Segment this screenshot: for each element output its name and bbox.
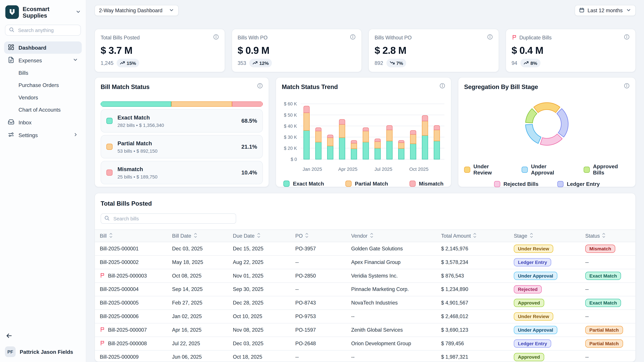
kpi-card-0[interactable]: Total Bills Posted $ 3.7 M 1,245 15% [94,29,225,72]
svg-text:Oct 2025: Oct 2025 [410,167,428,172]
svg-text:Jul 2025: Jul 2025 [374,167,392,172]
table-row[interactable]: Bill-2025-000001 Dec 03, 2025 Dec 15, 20… [95,242,636,256]
legend-item: Under Approval [522,163,570,176]
collapse-sidebar-button[interactable] [6,333,12,341]
user-profile[interactable]: PF Pattrick Jason Fields [5,347,73,357]
column-header-due-date[interactable]: Due Date [233,232,295,239]
kpi-label: Bills With PO [238,35,348,40]
legend-swatch [584,166,590,173]
kpi-count: 353 [238,60,246,66]
bill-match-status-card: Bill Match Status Exact Match 282 bills … [94,77,269,187]
match-bar-segment [232,101,263,107]
column-header-vendor[interactable]: Vendor [351,232,441,239]
vendor-cell: -- [351,314,441,319]
kpi-card-2[interactable]: Bills Without PO $ 2.8 M 892 7% [368,29,499,72]
flag-icon [100,340,105,347]
table-row[interactable]: Bill-2025-000006 Jan 02, 2025 Oct 10, 20… [95,310,636,324]
sidebar-item-label: Expenses [18,57,68,63]
sidebar-item-label: Bills [18,70,78,76]
sidebar-item-chart-of-accounts[interactable]: Chart of Accounts [4,104,82,116]
empty-value: -- [585,259,589,265]
sidebar-item-label: Vendors [18,94,78,100]
column-header-bill-date[interactable]: Bill Date [172,232,233,239]
sidebar-item-dashboard[interactable]: Dashboard [4,41,82,54]
po-cell: PO-1597 [295,327,351,333]
column-header-stage[interactable]: Stage [514,232,585,239]
po-cell: PO-2648 [295,341,351,347]
column-header-po[interactable]: PO [295,232,351,239]
match-status-row-1[interactable]: Partial Match 53 bills • $ 892,150 21.1% [100,135,263,159]
info-icon[interactable] [257,83,263,90]
info-icon[interactable] [440,83,445,90]
badge-under-review: Under Review [514,245,553,253]
sidebar: Ecosmart Supplies Dashboard Expenses Bil… [0,0,86,362]
vendor-cell: Zenith Global Services [351,327,441,333]
info-icon[interactable] [487,34,492,41]
empty-value: -- [585,286,589,292]
match-row-meta: 25 bills • $ 189,750 [118,174,236,179]
sidebar-item-inbox[interactable]: Inbox [4,116,82,128]
info-icon[interactable] [213,34,219,41]
sidebar-item-settings[interactable]: Settings [4,129,82,141]
kpi-value: $ 0.9 M [238,45,356,56]
svg-text:Apr 2025: Apr 2025 [338,167,358,172]
kpi-value: $ 0.4 M [512,45,630,56]
legend-item: Rejected Bills [494,181,538,187]
kpi-trend-badge: 7% [386,59,406,67]
kpi-card-3[interactable]: Duplicate Bills $ 0.4 M 94 8% [505,29,636,72]
badge-rejected: Rejected [514,285,542,294]
vendor-cell: Orion Development Group [351,341,441,347]
column-header-bill[interactable]: Bill [100,232,172,239]
kpi-count: 892 [374,60,383,66]
sidebar-item-vendors[interactable]: Vendors [4,91,82,103]
info-icon[interactable] [624,34,630,41]
table-row[interactable]: Bill-2025-000009 Jun 06, 2025 Oct 18, 20… [95,351,636,362]
due-date-cell: Nov 08, 2025 [233,327,295,333]
color-chip [106,169,112,176]
calendar-icon [579,7,584,14]
stage-cell: Approved [514,299,585,307]
table-row[interactable]: Bill-2025-000002 May 18, 2025 Aug 22, 20… [95,256,636,269]
sidebar-item-bills[interactable]: Bills [4,67,82,79]
match-status-row-0[interactable]: Exact Match 282 bills • $ 1,356,340 68.5… [100,109,263,133]
sidebar-item-expenses[interactable]: Expenses [4,54,82,66]
org-name: Ecosmart Supplies [23,5,72,18]
info-icon[interactable] [624,83,630,90]
amount-cell: $ 2,145,976 [441,246,514,252]
info-icon[interactable] [350,34,356,41]
sort-icon [473,232,477,239]
svg-text:$ 0: $ 0 [291,157,297,162]
date-range-selector[interactable]: Last 12 months [574,5,636,16]
table-row[interactable]: Bill-2025-000008 Jul 22, 2025 Dec 03, 20… [95,337,636,351]
sidebar-search[interactable] [5,25,81,36]
kpi-count: 1,245 [100,60,114,66]
match-status-trend-chart: $ 0$ 20 K$ 30 K$ 40 K$ 50 K$ 60 KJan 202… [282,90,445,179]
match-status-row-2[interactable]: Mismatch 25 bills • $ 189,750 10.4% [100,161,263,184]
badge-ledger-entry: Ledger Entry [514,258,551,266]
kpi-value: $ 2.8 M [374,45,492,56]
sidebar-search-input[interactable] [17,27,77,33]
bill-id-cell: Bill-2025-000005 [100,300,172,306]
sidebar-item-purchase-orders[interactable]: Purchase Orders [4,79,82,91]
dashboard-view-label: 2-Way Matching Dashboard [99,7,162,13]
dashboard-view-selector[interactable]: 2-Way Matching Dashboard [94,5,178,16]
stage-cell: Under Approval [514,326,585,334]
table-row[interactable]: Bill-2025-000004 Sep 14, 2025 Sep 30, 20… [95,283,636,296]
bills-table: BillBill DateDue DatePOVendorTotal Amoun… [95,229,636,362]
bills-search-input[interactable] [112,215,232,222]
column-header-status[interactable]: Status [585,232,630,239]
kpi-card-1[interactable]: Bills With PO $ 0.9 M 353 12% [232,29,362,72]
avatar: PF [5,347,16,357]
due-date-cell: Dec 03, 2025 [233,341,295,347]
org-switcher[interactable]: Ecosmart Supplies [0,0,86,23]
bill-id-cell: Bill-2025-000007 [100,327,172,333]
column-header-total-amount[interactable]: Total Amount [441,232,514,239]
table-row[interactable]: Bill-2025-000003 Oct 08, 2025 Nov 01, 20… [95,269,636,283]
sort-icon [305,232,308,239]
legend-swatch [464,166,470,173]
table-row[interactable]: Bill-2025-000007 Apr 16, 2025 Nov 08, 20… [95,324,636,337]
table-row[interactable]: Bill-2025-000005 Feb 27, 2025 Dec 28, 20… [95,296,636,310]
sort-icon [370,232,373,239]
sidebar-item-label: Settings [18,132,69,138]
bills-search[interactable] [100,213,236,224]
